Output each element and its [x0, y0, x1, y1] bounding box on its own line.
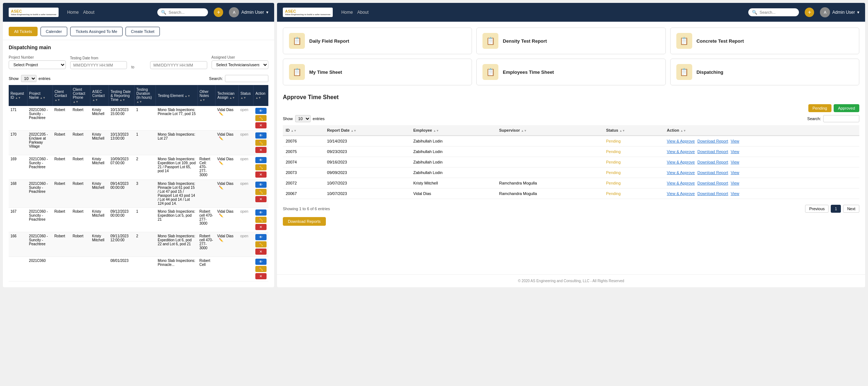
cell-id: 166 — [9, 232, 27, 257]
cell-approve-status: Pending — [603, 188, 664, 199]
edit-btn[interactable]: ✏️ — [255, 217, 267, 223]
show-select-left[interactable]: 10 — [21, 75, 37, 82]
view-approve-link[interactable]: View & Approve — [667, 181, 695, 185]
cell-notes: Robert Cell: 470-277-3000 — [197, 155, 215, 180]
view-btn[interactable]: 👁 — [255, 132, 267, 139]
cell-project: 2021C060 - Suncity - Peachtree — [27, 180, 52, 208]
download-reports-btn[interactable]: Download Reports — [283, 217, 326, 226]
edit-btn[interactable]: ✏️ — [255, 241, 267, 247]
delete-btn[interactable]: ✕ — [255, 196, 267, 202]
edit-icon[interactable]: ✏️ — [219, 238, 223, 242]
view-btn[interactable]: 👁 — [255, 108, 267, 114]
delete-btn[interactable]: ✕ — [255, 224, 267, 230]
download-report-link[interactable]: Download Report — [697, 170, 728, 175]
view-approve-link[interactable]: View & Approve — [667, 191, 695, 196]
card-employees-time-sheet[interactable]: 📋 Employees Time Sheet — [476, 59, 665, 85]
view-approve-link[interactable]: View & Approve — [667, 170, 695, 175]
download-report-link[interactable]: Download Report — [697, 181, 728, 185]
delete-btn[interactable]: ✕ — [255, 147, 267, 153]
delete-btn[interactable]: ✕ — [255, 249, 267, 255]
download-report-link[interactable]: Download Report — [697, 160, 728, 164]
cell-action: 👁 ✏️ ✕ — [254, 257, 268, 281]
next-btn[interactable]: Next — [843, 205, 859, 213]
cell-project: 2021C060 - Suncity - Peachtree — [27, 208, 52, 232]
edit-btn[interactable]: ✏️ — [255, 115, 267, 121]
cell-approve-status: Pending — [603, 147, 664, 157]
filter-date-from: Testing Date from — [70, 56, 127, 69]
cell-project: 2021C060 — [27, 257, 52, 281]
right-search-input[interactable] — [760, 10, 796, 14]
edit-btn[interactable]: ✏️ — [255, 189, 267, 195]
edit-icon[interactable]: ✏️ — [219, 186, 223, 190]
nav-about-right[interactable]: About — [357, 10, 369, 15]
cell-approve-status: Pending — [603, 178, 664, 188]
view-approve-link[interactable]: View & Approve — [667, 160, 695, 164]
tab-calender[interactable]: Calender — [41, 27, 68, 36]
tab-assigned-to-me[interactable]: Tickets Assinged To Me — [70, 27, 123, 36]
card-dispatching[interactable]: 📋 Dispatching — [670, 59, 859, 85]
date-from-input[interactable] — [70, 61, 127, 69]
page-1-btn[interactable]: 1 — [831, 205, 841, 213]
cell-status: open — [238, 131, 253, 155]
edit-icon[interactable]: ✏️ — [219, 136, 223, 140]
view-approve-link[interactable]: View & Approve — [667, 149, 695, 154]
card-density-test-report[interactable]: 📋 Density Test Report — [476, 27, 665, 54]
cell-client-contact — [52, 257, 71, 281]
nav-home-right[interactable]: Home — [341, 10, 353, 15]
view-link[interactable]: View — [731, 160, 739, 164]
view-link[interactable]: View — [731, 139, 739, 143]
tab-all-tickets[interactable]: All Tickets — [9, 27, 38, 36]
card-daily-field-report[interactable]: 📋 Daily Field Report — [283, 27, 472, 54]
view-link[interactable]: View — [731, 191, 739, 196]
view-btn[interactable]: 👁 — [255, 209, 267, 216]
download-report-link[interactable]: Download Report — [697, 149, 728, 154]
edit-btn[interactable]: ✏️ — [255, 140, 267, 146]
previous-btn[interactable]: Previous — [805, 205, 829, 213]
table-search-left[interactable] — [225, 75, 268, 82]
approve-search-input[interactable] — [823, 115, 859, 122]
delete-btn[interactable]: ✕ — [255, 122, 267, 128]
view-btn[interactable]: 👁 — [255, 157, 267, 163]
filter-project: Project Number Select Project — [9, 55, 66, 69]
col-status: Status ▲▼ — [238, 85, 253, 106]
col-action-right: Action ▲▼ — [664, 125, 859, 136]
delete-btn[interactable]: ✕ — [255, 273, 267, 279]
download-report-link[interactable]: Download Report — [697, 139, 728, 143]
cell-approve-status: Pending — [603, 167, 664, 178]
view-link[interactable]: View — [731, 181, 739, 185]
add-button-left[interactable]: + — [214, 8, 223, 17]
approved-btn[interactable]: Approved — [834, 104, 859, 112]
edit-btn[interactable]: ✏️ — [255, 164, 267, 170]
user-menu-right[interactable]: A Admin User ▾ — [820, 7, 859, 17]
nav-about-left[interactable]: About — [83, 10, 94, 15]
edit-icon[interactable]: ✏️ — [219, 213, 223, 217]
logo-name: ASEC — [11, 9, 56, 13]
filter-date-to: to — [150, 56, 207, 69]
show-select-right[interactable]: 10 — [295, 115, 311, 122]
date-to-input[interactable] — [150, 61, 207, 69]
edit-icon[interactable]: ✏️ — [219, 161, 223, 165]
card-concrete-test-report[interactable]: 📋 Concrete Test Report — [670, 27, 859, 54]
cell-notes: Robert Cell — [197, 257, 215, 281]
download-report-link[interactable]: Download Report — [697, 191, 728, 196]
view-approve-link[interactable]: View & Approve — [667, 139, 695, 143]
edit-btn[interactable]: ✏️ — [255, 266, 267, 272]
nav-home-left[interactable]: Home — [67, 10, 79, 15]
table-row: 170 2022C205 - Enclave at Parkway Villag… — [9, 131, 268, 155]
add-button-right[interactable]: + — [805, 8, 814, 17]
left-search-input[interactable] — [169, 10, 205, 14]
tab-create-ticket[interactable]: Create Ticket — [125, 27, 160, 36]
user-menu-left[interactable]: A Admin User ▾ — [229, 7, 268, 17]
view-link[interactable]: View — [731, 149, 739, 154]
view-btn[interactable]: 👁 — [255, 259, 267, 265]
view-btn[interactable]: 👁 — [255, 182, 267, 188]
edit-icon[interactable]: ✏️ — [219, 112, 223, 116]
view-btn[interactable]: 👁 — [255, 234, 267, 240]
delete-btn[interactable]: ✕ — [255, 171, 267, 178]
card-my-time-sheet[interactable]: 📋 My Time Sheet — [283, 59, 472, 85]
pending-btn[interactable]: Pending — [808, 104, 831, 112]
view-link[interactable]: View — [731, 170, 739, 175]
col-supervisor: Supervisor ▲▼ — [496, 125, 603, 136]
project-select[interactable]: Select Project — [9, 60, 66, 69]
assigned-select[interactable]: Select Technicians/users — [212, 60, 269, 69]
